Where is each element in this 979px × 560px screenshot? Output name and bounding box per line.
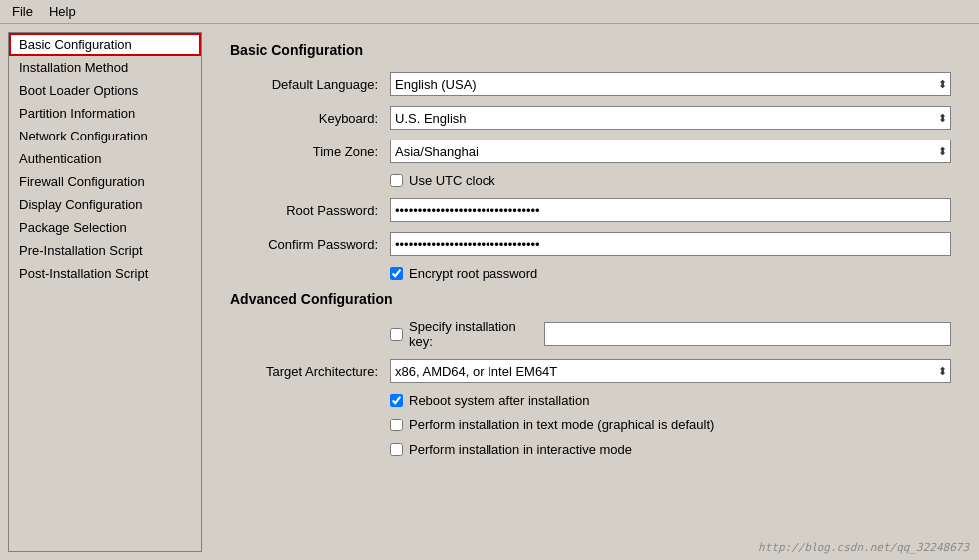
default-language-control: English (USA) — [390, 72, 951, 96]
confirm-password-control — [390, 232, 951, 256]
default-language-label: Default Language: — [230, 77, 390, 92]
encrypt-password-row: Encrypt root password — [230, 266, 951, 281]
confirm-password-input[interactable] — [390, 232, 951, 256]
root-password-row: Root Password: — [230, 198, 951, 222]
encrypt-password-label[interactable]: Encrypt root password — [390, 266, 537, 281]
content-area: Basic Configuration Default Language: En… — [210, 32, 971, 552]
encrypt-password-text: Encrypt root password — [409, 266, 537, 281]
sidebar-item-boot-loader-options[interactable]: Boot Loader Options — [9, 79, 201, 102]
sidebar-item-post-installation-script[interactable]: Post-Installation Script — [9, 262, 201, 285]
timezone-row: Time Zone: Asia/Shanghai — [230, 140, 951, 163]
utc-clock-text: Use UTC clock — [409, 173, 495, 188]
target-arch-control: x86, AMD64, or Intel EM64T — [390, 359, 951, 383]
sidebar-item-partition-information[interactable]: Partition Information — [9, 102, 201, 125]
timezone-select-wrapper: Asia/Shanghai — [390, 140, 951, 163]
keyboard-select[interactable]: U.S. English — [390, 106, 951, 130]
sidebar-item-firewall-configuration[interactable]: Firewall Configuration — [9, 170, 201, 193]
sidebar-item-pre-installation-script[interactable]: Pre-Installation Script — [9, 239, 201, 262]
default-language-row: Default Language: English (USA) — [230, 72, 951, 96]
specify-key-input[interactable] — [544, 322, 951, 346]
default-language-select-wrapper: English (USA) — [390, 72, 951, 96]
specify-key-text: Specify installation key: — [409, 319, 538, 349]
basic-config-title: Basic Configuration — [230, 42, 951, 58]
sidebar-item-package-selection[interactable]: Package Selection — [9, 216, 201, 239]
confirm-password-row: Confirm Password: — [230, 232, 951, 256]
specify-key-row: Specify installation key: — [230, 319, 951, 349]
timezone-control: Asia/Shanghai — [390, 140, 951, 163]
interactive-mode-label[interactable]: Perform installation in interactive mode — [390, 442, 632, 457]
root-password-label: Root Password: — [230, 203, 390, 218]
root-password-control — [390, 198, 951, 222]
utc-clock-label[interactable]: Use UTC clock — [390, 173, 495, 188]
watermark: http://blog.csdn.net/qq_32248673 — [758, 541, 969, 554]
default-language-select[interactable]: English (USA) — [390, 72, 951, 96]
sidebar-item-authentication[interactable]: Authentication — [9, 147, 201, 170]
specify-key-label[interactable]: Specify installation key: — [390, 319, 538, 349]
keyboard-control: U.S. English — [390, 106, 951, 130]
utc-clock-checkbox[interactable] — [390, 174, 403, 187]
encrypt-password-checkbox[interactable] — [390, 267, 403, 280]
target-arch-label: Target Architecture: — [230, 364, 390, 379]
interactive-mode-text: Perform installation in interactive mode — [409, 442, 632, 457]
menubar: File Help — [0, 0, 979, 24]
reboot-checkbox[interactable] — [390, 394, 403, 407]
text-mode-text: Perform installation in text mode (graph… — [409, 418, 714, 432]
reboot-row: Reboot system after installation — [230, 393, 951, 408]
sidebar-item-display-configuration[interactable]: Display Configuration — [9, 193, 201, 216]
reboot-label[interactable]: Reboot system after installation — [390, 393, 589, 408]
specify-key-checkbox[interactable] — [390, 328, 403, 341]
text-mode-checkbox[interactable] — [390, 419, 403, 431]
interactive-mode-checkbox[interactable] — [390, 443, 403, 456]
keyboard-row: Keyboard: U.S. English — [230, 106, 951, 130]
confirm-password-label: Confirm Password: — [230, 237, 390, 252]
keyboard-label: Keyboard: — [230, 111, 390, 126]
utc-clock-row: Use UTC clock — [230, 173, 951, 188]
keyboard-select-wrapper: U.S. English — [390, 106, 951, 130]
target-arch-select[interactable]: x86, AMD64, or Intel EM64T — [390, 359, 951, 383]
sidebar-item-installation-method[interactable]: Installation Method — [9, 56, 201, 79]
text-mode-row: Perform installation in text mode (graph… — [230, 418, 951, 432]
sidebar-item-basic-configuration[interactable]: Basic Configuration — [9, 33, 201, 56]
interactive-mode-row: Perform installation in interactive mode — [230, 442, 951, 457]
sidebar: Basic Configuration Installation Method … — [8, 32, 202, 552]
advanced-config-title: Advanced Configuration — [230, 291, 951, 307]
target-arch-row: Target Architecture: x86, AMD64, or Inte… — [230, 359, 951, 383]
timezone-select[interactable]: Asia/Shanghai — [390, 140, 951, 163]
sidebar-item-network-configuration[interactable]: Network Configuration — [9, 125, 201, 147]
file-menu[interactable]: File — [4, 2, 41, 21]
main-container: Basic Configuration Installation Method … — [0, 24, 979, 560]
target-arch-select-wrapper: x86, AMD64, or Intel EM64T — [390, 359, 951, 383]
help-menu[interactable]: Help — [41, 2, 84, 21]
text-mode-label[interactable]: Perform installation in text mode (graph… — [390, 418, 714, 432]
reboot-text: Reboot system after installation — [409, 393, 589, 408]
timezone-label: Time Zone: — [230, 144, 390, 159]
root-password-input[interactable] — [390, 198, 951, 222]
